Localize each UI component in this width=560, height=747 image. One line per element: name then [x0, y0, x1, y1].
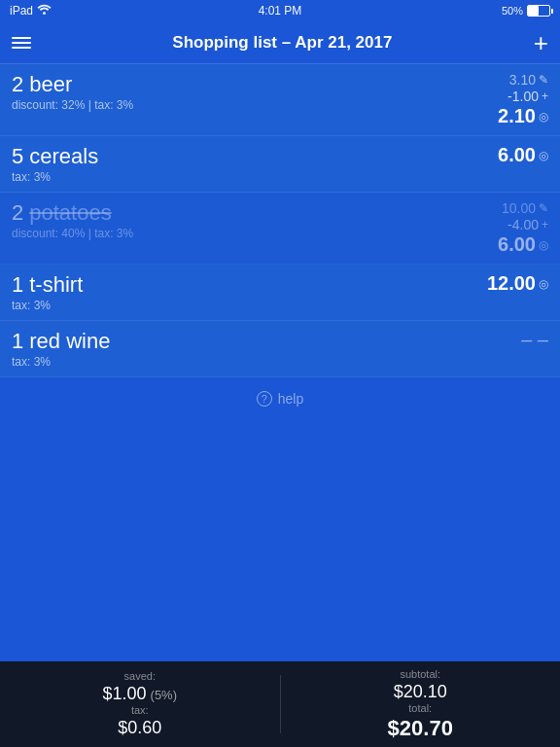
- circle-icon: ◎: [539, 149, 548, 162]
- item-qty: 5: [12, 144, 23, 169]
- price-final: 2.10: [498, 105, 536, 127]
- battery-pct: 50%: [502, 5, 523, 17]
- item-name: red wine: [29, 329, 110, 354]
- item-right: 3.10 ✎ -1.00 + 2.10 ◎: [498, 72, 548, 127]
- item-sub: discount: 32% | tax: 3%: [12, 98, 133, 112]
- status-left: iPad: [10, 4, 52, 18]
- page-title: Shopping list – Apr 21, 2017: [172, 33, 392, 53]
- total-label: total:: [408, 702, 432, 714]
- item-name: beer: [29, 72, 72, 97]
- item-right: 12.00 ◎: [487, 272, 548, 295]
- list-item[interactable]: 1 t-shirt tax: 3% 12.00 ◎: [0, 265, 560, 321]
- circle-icon: ◎: [539, 277, 548, 291]
- list-item[interactable]: 1 red wine tax: 3% – –: [0, 321, 560, 377]
- list-item[interactable]: 2 potatoes discount: 40% | tax: 3% 10.00…: [0, 193, 560, 265]
- price-discount: -4.00: [508, 217, 539, 232]
- help-icon: ?: [257, 391, 272, 407]
- item-sub: discount: 40% | tax: 3%: [12, 227, 133, 240]
- list-item[interactable]: 2 beer discount: 32% | tax: 3% 3.10 ✎ -1…: [0, 64, 560, 136]
- time-label: 4:01 PM: [259, 4, 302, 18]
- items-list: 2 beer discount: 32% | tax: 3% 3.10 ✎ -1…: [0, 64, 560, 377]
- item-qty: 1: [12, 329, 23, 354]
- tax-label: tax:: [131, 704, 149, 716]
- battery-icon: [527, 5, 550, 17]
- status-right: 50%: [502, 5, 550, 17]
- nav-bar: Shopping list – Apr 21, 2017 +: [0, 21, 560, 64]
- help-label: help: [278, 391, 303, 407]
- item-sub: tax: 3%: [12, 170, 98, 184]
- item-right: – –: [521, 329, 548, 351]
- status-bar: iPad 4:01 PM 50%: [0, 0, 560, 21]
- item-name: t-shirt: [29, 272, 83, 298]
- footer-saved: saved: $1.00 (5%) tax: $0.60: [0, 662, 280, 746]
- tax-value: $0.60: [118, 718, 161, 738]
- price-final: 6.00: [498, 144, 536, 166]
- price-orig: 3.10: [509, 72, 536, 88]
- saved-value: $1.00: [103, 684, 147, 704]
- menu-button[interactable]: [12, 37, 31, 49]
- circle-icon: ◎: [539, 238, 548, 252]
- list-item[interactable]: 5 cereals tax: 3% 6.00 ◎: [0, 136, 560, 193]
- price-final: 6.00: [498, 233, 536, 256]
- circle-icon: ◎: [539, 110, 548, 124]
- plus-icon: +: [542, 89, 548, 103]
- item-left: 2 potatoes discount: 40% | tax: 3%: [12, 200, 133, 240]
- price-orig: 10.00: [502, 200, 536, 216]
- price-dashes: – –: [521, 329, 548, 351]
- item-sub: tax: 3%: [12, 299, 83, 312]
- add-item-button[interactable]: +: [534, 30, 548, 55]
- edit-icon: ✎: [539, 73, 548, 87]
- item-left: 5 cereals tax: 3%: [12, 144, 98, 184]
- price-discount: -1.00: [508, 89, 539, 104]
- footer-totals: subtotal: $20.10 total: $20.70: [281, 660, 561, 748]
- footer: saved: $1.00 (5%) tax: $0.60 subtotal: $…: [0, 661, 560, 747]
- item-right: 10.00 ✎ -4.00 + 6.00 ◎: [498, 200, 548, 256]
- item-left: 1 red wine tax: 3%: [12, 329, 110, 369]
- subtotal-value: $20.10: [394, 682, 447, 702]
- item-left: 2 beer discount: 32% | tax: 3%: [12, 72, 133, 112]
- saved-pct: (5%): [151, 688, 177, 702]
- total-value: $20.70: [388, 716, 453, 741]
- price-final: 12.00: [487, 272, 536, 295]
- saved-label: saved:: [124, 670, 156, 682]
- item-qty: 2: [12, 72, 23, 97]
- item-qty: 2: [12, 200, 23, 226]
- item-right: 6.00 ◎: [498, 144, 548, 166]
- item-name: cereals: [29, 144, 98, 169]
- item-qty: 1: [12, 272, 23, 298]
- item-sub: tax: 3%: [12, 355, 110, 369]
- help-area[interactable]: ? help: [0, 377, 560, 420]
- item-name: potatoes: [29, 200, 111, 226]
- carrier-label: iPad: [10, 4, 33, 18]
- plus-icon: +: [542, 218, 548, 231]
- svg-point-0: [43, 12, 46, 15]
- subtotal-label: subtotal:: [400, 668, 440, 680]
- edit-icon: ✎: [539, 201, 548, 215]
- wifi-icon: [37, 4, 52, 18]
- item-left: 1 t-shirt tax: 3%: [12, 272, 83, 312]
